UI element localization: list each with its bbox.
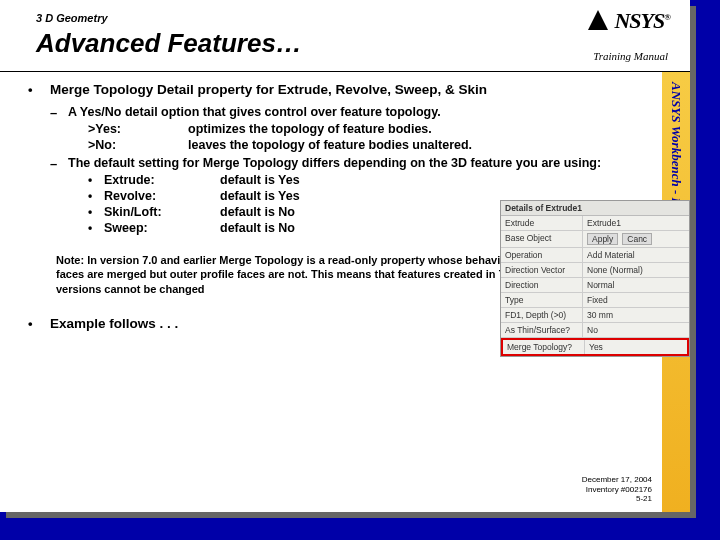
ansys-logo: NSYS® xyxy=(588,8,670,34)
fig-cell: As Thin/Surface? xyxy=(501,323,583,337)
fig-cell: Add Material xyxy=(583,248,689,262)
default-revolve-key: Revolve: xyxy=(104,189,220,203)
fig-cell: Type xyxy=(501,293,583,307)
fig-row-direction: Direction Normal xyxy=(501,278,689,293)
default-sweep-val: default is No xyxy=(220,221,295,235)
fig-cell: Base Object xyxy=(501,231,583,247)
heading-text: Merge Topology Detail property for Extru… xyxy=(50,82,650,97)
training-manual-label: Training Manual xyxy=(593,50,668,62)
default-skin-val: default is No xyxy=(220,205,295,219)
apply-button[interactable]: Apply xyxy=(587,233,618,245)
fig-cell: Merge Topology? xyxy=(503,340,585,354)
fig-cell: No xyxy=(583,323,689,337)
fig-row-direction-vector: Direction Vector None (Normal) xyxy=(501,263,689,278)
option-no: >No: leaves the topology of feature bodi… xyxy=(88,138,650,152)
eyebrow-text: 3 D Geometry xyxy=(36,12,108,24)
fig-row-extrude: Extrude Extrude1 xyxy=(501,216,689,231)
option-no-text: leaves the topology of feature bodies un… xyxy=(188,138,472,152)
footer-date: December 17, 2004 xyxy=(582,475,652,485)
fig-cell: Apply Canc xyxy=(583,231,689,247)
cancel-button[interactable]: Canc xyxy=(622,233,652,245)
fig-cell: Fixed xyxy=(583,293,689,307)
default-extrude: • Extrude: default is Yes xyxy=(88,173,650,187)
sub-bullet-1-text: A Yes/No detail option that gives contro… xyxy=(68,105,650,120)
default-extrude-key: Extrude: xyxy=(104,173,220,187)
fig-cell: Direction xyxy=(501,278,583,292)
fig-cell: Normal xyxy=(583,278,689,292)
fig-cell: Extrude1 xyxy=(583,216,689,230)
default-extrude-val: default is Yes xyxy=(220,173,300,187)
details-title: Details of Extrude1 xyxy=(501,201,689,216)
bullet-heading: • Merge Topology Detail property for Ext… xyxy=(28,82,650,97)
page-title: Advanced Features… xyxy=(36,28,302,59)
default-revolve-val: default is Yes xyxy=(220,189,300,203)
fig-row-type: Type Fixed xyxy=(501,293,689,308)
default-skin-key: Skin/Loft: xyxy=(104,205,220,219)
fig-cell: None (Normal) xyxy=(583,263,689,277)
fig-cell: Direction Vector xyxy=(501,263,583,277)
sub-bullet-1: – A Yes/No detail option that gives cont… xyxy=(50,105,650,120)
sub-bullet-2-text: The default setting for Merge Topology d… xyxy=(68,156,650,171)
logo-text: NSYS xyxy=(614,8,664,33)
option-yes-label: >Yes: xyxy=(88,122,188,136)
fig-row-merge-topology: Merge Topology? Yes xyxy=(501,338,689,356)
footer-inventory: Inventory #002176 xyxy=(582,485,652,495)
default-sweep-key: Sweep: xyxy=(104,221,220,235)
slide-footer: December 17, 2004 Inventory #002176 5-21 xyxy=(582,475,652,504)
sub-bullet-2: – The default setting for Merge Topology… xyxy=(50,156,650,171)
fig-cell: Operation xyxy=(501,248,583,262)
fig-row-thin: As Thin/Surface? No xyxy=(501,323,689,338)
fig-cell: Yes xyxy=(585,340,687,354)
logo-tm: ® xyxy=(664,12,670,22)
option-yes: >Yes: optimizes the topology of feature … xyxy=(88,122,650,136)
option-yes-text: optimizes the topology of feature bodies… xyxy=(188,122,432,136)
fig-cell: Extrude xyxy=(501,216,583,230)
fig-cell: FD1, Depth (>0) xyxy=(501,308,583,322)
details-panel: Details of Extrude1 Extrude Extrude1 Bas… xyxy=(500,200,690,357)
slide-header: 3 D Geometry Advanced Features… NSYS® Tr… xyxy=(0,0,690,72)
fig-row-base: Base Object Apply Canc xyxy=(501,231,689,248)
footer-page: 5-21 xyxy=(582,494,652,504)
fig-row-depth: FD1, Depth (>0) 30 mm xyxy=(501,308,689,323)
fig-cell: 30 mm xyxy=(583,308,689,322)
fig-row-operation: Operation Add Material xyxy=(501,248,689,263)
option-no-label: >No: xyxy=(88,138,188,152)
